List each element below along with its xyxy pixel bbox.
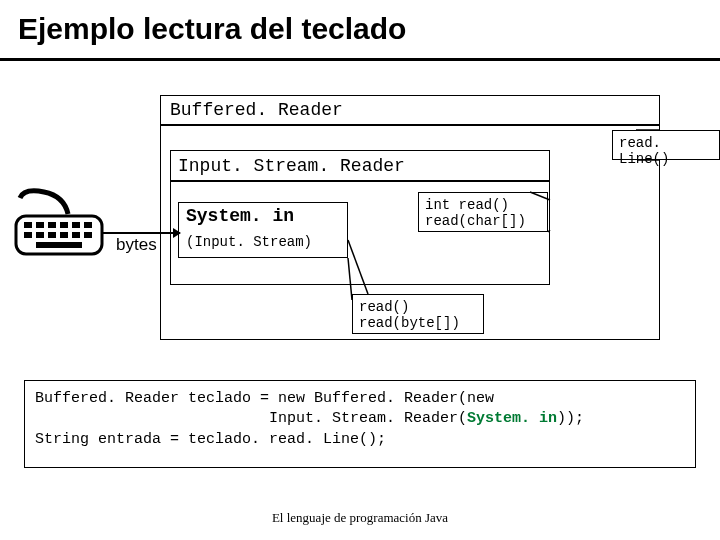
svg-rect-6 — [84, 222, 92, 228]
title-underline — [0, 58, 720, 61]
buffered-reader-label: Buffered. Reader — [170, 100, 343, 120]
svg-rect-1 — [24, 222, 32, 228]
system-in-label: System. in — [186, 206, 294, 226]
system-in-subtitle: (Input. Stream) — [186, 234, 312, 250]
input-stream-reader-label: Input. Stream. Reader — [178, 156, 405, 176]
svg-rect-3 — [48, 222, 56, 228]
svg-rect-11 — [72, 232, 80, 238]
keyboard-icon — [14, 186, 104, 258]
bytes-label: bytes — [116, 235, 157, 255]
int-read-label: int read() — [425, 197, 541, 213]
svg-rect-4 — [60, 222, 68, 228]
svg-rect-5 — [72, 222, 80, 228]
svg-rect-2 — [36, 222, 44, 228]
code-example-box: Buffered. Reader teclado = new Buffered.… — [24, 380, 696, 468]
svg-rect-9 — [48, 232, 56, 238]
svg-rect-8 — [36, 232, 44, 238]
svg-rect-10 — [60, 232, 68, 238]
svg-rect-7 — [24, 232, 32, 238]
input-stream-reader-divider — [170, 180, 550, 182]
svg-rect-13 — [36, 242, 82, 248]
read-char-array-label: read(char[]) — [425, 213, 541, 229]
svg-rect-12 — [84, 232, 92, 238]
read-plain-label: read() — [359, 299, 477, 315]
read-byte-array-label: read(byte[]) — [359, 315, 477, 331]
slide-footer: El lenguaje de programación Java — [0, 510, 720, 526]
read-byte-box: read() read(byte[]) — [352, 294, 484, 334]
read-line-label: read. Line() — [619, 135, 713, 167]
read-line-box: read. Line() — [612, 130, 720, 160]
code-example: Buffered. Reader teclado = new Buffered.… — [35, 389, 685, 450]
read-char-box: int read() read(char[]) — [418, 192, 548, 232]
buffered-reader-divider — [160, 124, 660, 126]
slide-title: Ejemplo lectura del teclado — [18, 12, 406, 46]
bytes-arrow — [102, 232, 180, 234]
